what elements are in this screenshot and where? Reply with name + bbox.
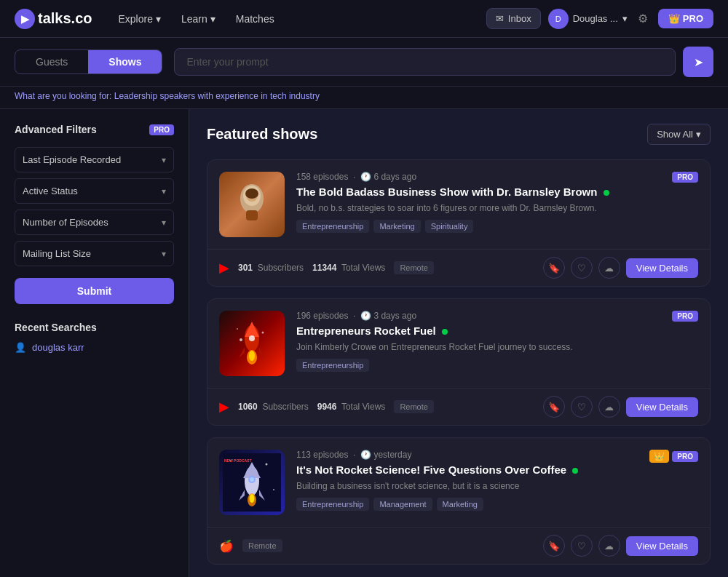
show-card-1: 158 episodes · 🕐 6 days ago The Bold Bad… (207, 159, 711, 287)
show-card-2: 196 episodes · 🕐 3 days ago Entrepreneur… (207, 298, 711, 426)
view-details-button-2[interactable]: View Details (626, 397, 698, 417)
submit-button[interactable]: Submit (15, 278, 174, 304)
card-footer-3: 🍎 Remote 🔖 ♡ ☁ View Details (207, 527, 710, 564)
tags-3: Entrepreneurship Management Marketing (296, 498, 698, 511)
show-thumbnail-1 (219, 172, 285, 237)
user-menu[interactable]: D Douglas ... ▾ (548, 9, 628, 29)
card-footer-2: ▶ 1060 Subscribers 9946 Total Views Remo… (207, 388, 710, 425)
bookmark-button-3[interactable]: 🔖 (543, 535, 565, 557)
show-all-button[interactable]: Show All ▾ (647, 124, 711, 145)
settings-button[interactable]: ⚙ (635, 9, 651, 28)
logo[interactable]: ▶ talks.co (15, 9, 92, 29)
youtube-icon: ▶ (219, 260, 229, 276)
svg-text:NEW PODCAST: NEW PODCAST (224, 458, 252, 463)
svg-point-23 (250, 477, 254, 482)
filters-header: Advanced Filters PRO (15, 124, 174, 135)
active-dot-3 (572, 468, 578, 474)
location-badge-2: Remote (394, 400, 434, 413)
share-button-2[interactable]: ☁ (598, 396, 620, 418)
main-layout: Advanced Filters PRO Last Episode Record… (0, 109, 728, 577)
view-details-button-3[interactable]: View Details (626, 536, 698, 556)
location-badge-3: Remote (242, 539, 282, 552)
location-badge-1: Remote (394, 261, 434, 274)
filter-active-status[interactable]: Active Status ▾ (15, 178, 174, 204)
inbox-icon: ✉ (496, 13, 504, 24)
user-icon: 👤 (15, 342, 26, 353)
heart-button-3[interactable]: ♡ (571, 535, 593, 557)
svg-point-12 (240, 338, 242, 341)
youtube-icon-2: ▶ (219, 399, 229, 415)
chevron-down-icon: ▾ (162, 218, 166, 228)
nav-links: Explore ▾ Learn ▾ Matches (109, 9, 486, 29)
bookmark-button-2[interactable]: 🔖 (543, 396, 565, 418)
prompt-hint: What are you looking for: Leadership spe… (0, 87, 728, 109)
svg-marker-8 (259, 347, 265, 358)
show-title-3: It's Not Rocket Science! Five Questions … (296, 463, 698, 477)
filter-last-episode[interactable]: Last Episode Recorded ▾ (15, 147, 174, 172)
avatar: D (548, 9, 569, 29)
nav-explore[interactable]: Explore ▾ (109, 9, 169, 29)
card-pro-badge-1: PRO (672, 172, 698, 183)
svg-point-4 (245, 188, 258, 199)
tab-guests[interactable]: Guests (15, 50, 88, 73)
filter-number-episodes[interactable]: Number of Episodes ▾ (15, 210, 174, 235)
episode-meta-3: 113 episodes · 🕐 yesterday (296, 450, 698, 460)
filters-title: Advanced Filters (15, 124, 97, 135)
tabs-search-bar: Guests Shows ➤ (0, 38, 728, 87)
show-card-3: NEW PODCAST 113 episodes · 🕐 yesterday I… (207, 437, 711, 565)
svg-point-19 (273, 489, 274, 490)
card-footer-1: ▶ 301 Subscribers 11344 Total Views Remo… (207, 249, 710, 286)
bookmark-button-1[interactable]: 🔖 (543, 257, 565, 279)
filter-mailing-list[interactable]: Mailing List Size ▾ (15, 241, 174, 266)
svg-point-13 (262, 332, 264, 334)
active-dot-1 (604, 190, 609, 196)
chevron-down-icon: ▾ (162, 186, 166, 196)
crown-badge-3: 👑 (649, 450, 669, 463)
heart-button-2[interactable]: ♡ (571, 396, 593, 418)
logo-text: talks.co (38, 10, 92, 27)
svg-point-11 (249, 351, 255, 361)
views-stat-2: 9946 Total Views (317, 402, 386, 412)
recent-searches-title: Recent Searches (15, 322, 174, 333)
logo-icon: ▶ (15, 9, 35, 29)
crown-icon: 👑 (668, 13, 680, 24)
chevron-down-icon: ▾ (162, 155, 166, 165)
share-button-1[interactable]: ☁ (598, 257, 620, 279)
heart-button-1[interactable]: ♡ (571, 257, 593, 279)
episode-meta-1: 158 episodes · 🕐 6 days ago (296, 172, 698, 182)
tags-2: Entrepreneurship (296, 359, 698, 372)
card-pro-badge-2: PRO (672, 311, 698, 322)
show-title-1: The Bold Badass Business Show with Dr. B… (296, 185, 698, 199)
episode-meta-2: 196 episodes · 🕐 3 days ago (296, 311, 698, 321)
svg-marker-7 (239, 347, 245, 358)
show-title-2: Entrepreneurs Rocket Fuel (296, 324, 698, 338)
share-button-3[interactable]: ☁ (598, 535, 620, 557)
svg-rect-2 (246, 210, 258, 220)
nav-right: ✉ Inbox D Douglas ... ▾ ⚙ 👑 PRO (486, 8, 713, 29)
featured-title: Featured shows (207, 126, 317, 143)
search-bar (174, 48, 676, 76)
pro-upgrade-button[interactable]: 👑 PRO (658, 9, 713, 28)
recent-searches-section: Recent Searches 👤 douglas karr (15, 322, 174, 353)
send-icon: ➤ (694, 55, 703, 69)
nav-learn[interactable]: Learn ▾ (173, 9, 224, 29)
views-stat-1: 11344 Total Views (312, 263, 385, 273)
show-desc-2: Join Kimberly Crowe on Entrepreneurs Roc… (296, 341, 698, 354)
inbox-button[interactable]: ✉ Inbox (486, 8, 541, 29)
tab-shows[interactable]: Shows (88, 50, 162, 73)
view-details-button-1[interactable]: View Details (626, 258, 698, 278)
sidebar: Advanced Filters PRO Last Episode Record… (0, 109, 189, 577)
navbar: ▶ talks.co Explore ▾ Learn ▾ Matches ✉ I… (0, 0, 728, 38)
featured-header: Featured shows Show All ▾ (207, 124, 711, 145)
recent-search-item[interactable]: 👤 douglas karr (15, 342, 174, 353)
tab-group: Guests Shows (15, 49, 162, 74)
search-input[interactable] (174, 48, 676, 76)
filters-pro-badge: PRO (149, 124, 174, 135)
active-dot-2 (442, 329, 448, 335)
send-button[interactable]: ➤ (683, 47, 713, 77)
filters-section: Advanced Filters PRO Last Episode Record… (15, 124, 174, 304)
svg-point-17 (266, 463, 268, 466)
svg-point-14 (237, 328, 238, 330)
tags-1: Entrepreneurship Marketing Spirituality (296, 220, 698, 233)
nav-matches[interactable]: Matches (227, 9, 283, 29)
